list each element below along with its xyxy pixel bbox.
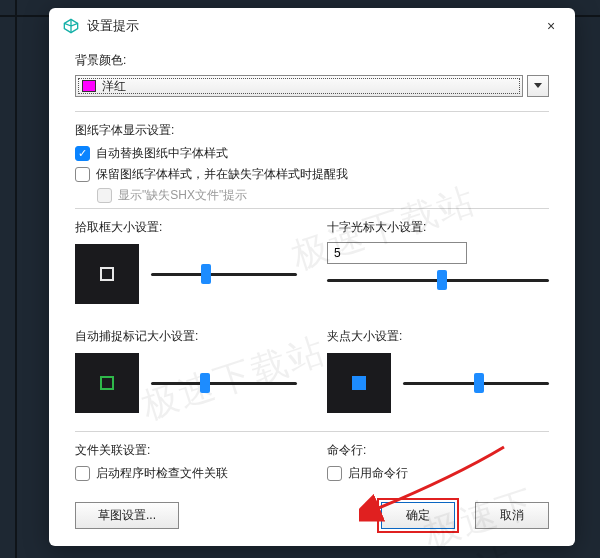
pickbox-shape-icon: [100, 267, 114, 281]
divider: [75, 431, 549, 432]
snap-slider[interactable]: [151, 373, 297, 393]
ok-highlight: 确定: [377, 498, 459, 533]
checkbox-icon: [97, 188, 112, 203]
checkbox-keep-font[interactable]: 保留图纸字体样式，并在缺失字体样式时提醒我: [75, 166, 549, 183]
dialog-content: 极速下载站 极速下载站 背景颜色: 洋红 图纸字体显示设置: 自动替换图纸中字体…: [49, 44, 575, 486]
dialog-title: 设置提示: [87, 17, 139, 35]
dialog-footer: 草图设置... 确定 取消: [49, 486, 575, 549]
divider: [75, 111, 549, 112]
snap-preview: [75, 353, 139, 413]
checkbox-label: 启动程序时检查文件关联: [96, 465, 228, 482]
grip-shape-icon: [352, 376, 366, 390]
grip-label: 夹点大小设置:: [327, 328, 549, 345]
pickbox-label: 拾取框大小设置:: [75, 219, 297, 236]
cancel-button[interactable]: 取消: [475, 502, 549, 529]
close-icon: ×: [547, 18, 555, 34]
checkbox-show-missing-shx: 显示"缺失SHX文件"提示: [97, 187, 549, 204]
checkbox-label: 保留图纸字体样式，并在缺失字体样式时提醒我: [96, 166, 348, 183]
checkbox-label: 自动替换图纸中字体样式: [96, 145, 228, 162]
checkbox-icon: [75, 466, 90, 481]
crosshair-size-input[interactable]: 5: [327, 242, 467, 264]
bg-color-value: 洋红: [102, 78, 126, 95]
settings-dialog: 设置提示 × 极速下载站 极速下载站 背景颜色: 洋红 图纸字体显示设置: 自动…: [49, 8, 575, 546]
file-assoc-label: 文件关联设置:: [75, 442, 297, 459]
crosshair-slider[interactable]: [327, 270, 549, 290]
pickbox-preview: [75, 244, 139, 304]
checkbox-label: 显示"缺失SHX文件"提示: [118, 187, 247, 204]
bg-color-label: 背景颜色:: [75, 52, 549, 69]
bg-color-select[interactable]: 洋红: [75, 75, 523, 97]
app-icon: [63, 18, 79, 34]
sketch-settings-button[interactable]: 草图设置...: [75, 502, 179, 529]
close-button[interactable]: ×: [541, 16, 561, 36]
titlebar: 设置提示 ×: [49, 8, 575, 44]
pickbox-slider[interactable]: [151, 264, 297, 284]
cmdline-label: 命令行:: [327, 442, 549, 459]
snap-shape-icon: [100, 376, 114, 390]
grip-preview: [327, 353, 391, 413]
chevron-down-icon: [534, 83, 542, 89]
ok-button[interactable]: 确定: [381, 502, 455, 529]
grip-slider[interactable]: [403, 373, 549, 393]
checkbox-check-file-assoc[interactable]: 启动程序时检查文件关联: [75, 465, 297, 482]
checkbox-icon: [75, 167, 90, 182]
checkbox-icon: [75, 146, 90, 161]
divider: [75, 208, 549, 209]
checkbox-label: 启用命令行: [348, 465, 408, 482]
checkbox-icon: [327, 466, 342, 481]
color-swatch: [82, 80, 96, 92]
crosshair-label: 十字光标大小设置:: [327, 219, 549, 236]
snap-label: 自动捕捉标记大小设置:: [75, 328, 297, 345]
font-settings-label: 图纸字体显示设置:: [75, 122, 549, 139]
checkbox-enable-cmdline[interactable]: 启用命令行: [327, 465, 549, 482]
checkbox-replace-font[interactable]: 自动替换图纸中字体样式: [75, 145, 549, 162]
bg-color-dropdown-button[interactable]: [527, 75, 549, 97]
